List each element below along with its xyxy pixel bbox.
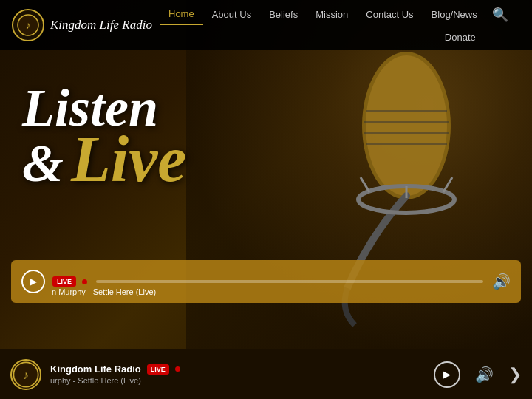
hero-play-button[interactable]: ▶ <box>21 270 45 293</box>
nav-mission[interactable]: Mission <box>307 4 357 24</box>
bottom-player-bar: ♪ Kingdom Life Radio LIVE urphy - Settle… <box>0 349 532 399</box>
hero-live: Live <box>71 127 186 192</box>
hero-player-bar: ▶ LIVE 🔊 <box>11 260 521 303</box>
hero-volume-icon[interactable]: 🔊 <box>492 273 511 290</box>
bottom-live-dot <box>175 366 180 372</box>
bottom-name-row: Kingdom Life Radio LIVE <box>50 364 434 375</box>
play-icon: ▶ <box>30 276 37 287</box>
bottom-play-icon: ▶ <box>443 369 451 380</box>
svg-line-8 <box>443 177 452 192</box>
hero-and: & <box>22 137 64 190</box>
logo-area: ♪ Kingdom Life Radio <box>12 9 160 41</box>
navigation: Home About Us Beliefs Mission Contact Us… <box>160 4 514 47</box>
bottom-logo-icon: ♪ <box>10 359 41 390</box>
site-name: Kingdom Life Radio <box>50 18 152 33</box>
nav-about[interactable]: About Us <box>203 4 260 24</box>
svg-text:♪: ♪ <box>23 367 29 381</box>
player-progress-bar[interactable] <box>96 280 483 283</box>
bottom-station-name: Kingdom Life Radio <box>50 364 141 375</box>
hero-line2: & Live <box>22 127 186 192</box>
bottom-controls: ▶ 🔊 <box>434 361 494 388</box>
logo-icon: ♪ <box>12 9 44 41</box>
nav-home[interactable]: Home <box>160 4 203 25</box>
hero-live-badge: LIVE <box>52 276 76 287</box>
nav-beliefs[interactable]: Beliefs <box>260 4 307 24</box>
hero-live-dot <box>82 279 87 284</box>
nav-top: Home About Us Beliefs Mission Contact Us… <box>160 4 514 26</box>
bottom-station-info: Kingdom Life Radio LIVE urphy - Settle H… <box>50 364 434 385</box>
site-header: ♪ Kingdom Life Radio Home About Us Belie… <box>0 0 532 50</box>
bottom-play-button[interactable]: ▶ <box>434 361 460 388</box>
svg-point-1 <box>366 55 447 196</box>
nav-donate[interactable]: Donate <box>436 27 485 47</box>
nav-blog[interactable]: Blog/News <box>423 4 486 24</box>
bottom-volume-icon[interactable]: 🔊 <box>475 366 494 383</box>
nav-contact[interactable]: Contact Us <box>357 4 422 24</box>
bottom-live-badge: LIVE <box>147 364 169 375</box>
svg-text:♪: ♪ <box>26 19 31 31</box>
nav-bottom: Donate <box>436 27 514 47</box>
bottom-expand-button[interactable]: ❯ <box>508 365 522 384</box>
hero-text: Listen & Live <box>22 81 186 192</box>
svg-line-7 <box>361 177 369 192</box>
hero-section: Listen & Live ▶ LIVE 🔊 n Murphy - Settle… <box>0 0 532 355</box>
hero-track-label: n Murphy - Settle Here (Live) <box>52 287 156 296</box>
bottom-track-name: urphy - Settle Here (Live) <box>50 376 434 385</box>
search-button[interactable]: 🔍 <box>486 4 514 26</box>
